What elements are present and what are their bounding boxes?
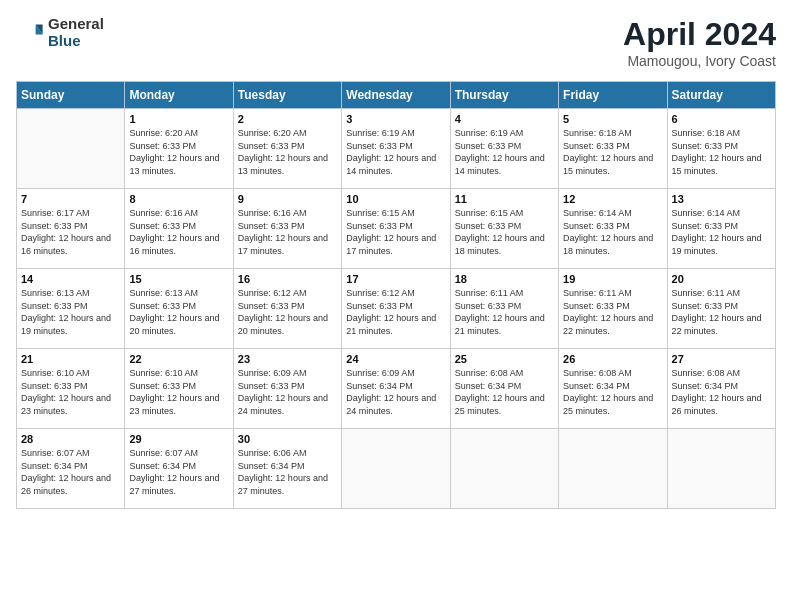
week-row-0: 1Sunrise: 6:20 AMSunset: 6:33 PMDaylight… [17,109,776,189]
day-info: Sunrise: 6:12 AMSunset: 6:33 PMDaylight:… [238,287,337,337]
calendar-cell: 30Sunrise: 6:06 AMSunset: 6:34 PMDayligh… [233,429,341,509]
day-headers-row: SundayMondayTuesdayWednesdayThursdayFrid… [17,82,776,109]
day-info: Sunrise: 6:16 AMSunset: 6:33 PMDaylight:… [238,207,337,257]
day-number: 13 [672,193,771,205]
day-header-sunday: Sunday [17,82,125,109]
calendar-cell: 1Sunrise: 6:20 AMSunset: 6:33 PMDaylight… [125,109,233,189]
day-number: 28 [21,433,120,445]
day-number: 18 [455,273,554,285]
calendar-cell: 29Sunrise: 6:07 AMSunset: 6:34 PMDayligh… [125,429,233,509]
day-info: Sunrise: 6:07 AMSunset: 6:34 PMDaylight:… [129,447,228,497]
day-info: Sunrise: 6:06 AMSunset: 6:34 PMDaylight:… [238,447,337,497]
calendar-cell: 21Sunrise: 6:10 AMSunset: 6:33 PMDayligh… [17,349,125,429]
day-info: Sunrise: 6:08 AMSunset: 6:34 PMDaylight:… [563,367,662,417]
day-number: 3 [346,113,445,125]
day-info: Sunrise: 6:15 AMSunset: 6:33 PMDaylight:… [455,207,554,257]
day-info: Sunrise: 6:17 AMSunset: 6:33 PMDaylight:… [21,207,120,257]
day-info: Sunrise: 6:20 AMSunset: 6:33 PMDaylight:… [129,127,228,177]
calendar-cell: 15Sunrise: 6:13 AMSunset: 6:33 PMDayligh… [125,269,233,349]
day-number: 11 [455,193,554,205]
day-info: Sunrise: 6:19 AMSunset: 6:33 PMDaylight:… [455,127,554,177]
calendar-cell: 2Sunrise: 6:20 AMSunset: 6:33 PMDaylight… [233,109,341,189]
calendar-subtitle: Mamougou, Ivory Coast [623,53,776,69]
calendar-cell: 12Sunrise: 6:14 AMSunset: 6:33 PMDayligh… [559,189,667,269]
logo-text: General Blue [48,16,104,49]
calendar-title: April 2024 [623,16,776,53]
calendar-body: 1Sunrise: 6:20 AMSunset: 6:33 PMDaylight… [17,109,776,509]
day-number: 6 [672,113,771,125]
day-number: 19 [563,273,662,285]
calendar-cell: 7Sunrise: 6:17 AMSunset: 6:33 PMDaylight… [17,189,125,269]
logo-general-text: General [48,16,104,33]
day-header-wednesday: Wednesday [342,82,450,109]
day-header-thursday: Thursday [450,82,558,109]
week-row-2: 14Sunrise: 6:13 AMSunset: 6:33 PMDayligh… [17,269,776,349]
day-info: Sunrise: 6:12 AMSunset: 6:33 PMDaylight:… [346,287,445,337]
day-number: 22 [129,353,228,365]
calendar-cell [17,109,125,189]
day-number: 5 [563,113,662,125]
day-number: 26 [563,353,662,365]
calendar-cell: 13Sunrise: 6:14 AMSunset: 6:33 PMDayligh… [667,189,775,269]
day-number: 24 [346,353,445,365]
logo: General Blue [16,16,104,49]
day-number: 1 [129,113,228,125]
day-info: Sunrise: 6:13 AMSunset: 6:33 PMDaylight:… [129,287,228,337]
calendar-cell: 26Sunrise: 6:08 AMSunset: 6:34 PMDayligh… [559,349,667,429]
calendar-cell: 19Sunrise: 6:11 AMSunset: 6:33 PMDayligh… [559,269,667,349]
day-header-friday: Friday [559,82,667,109]
calendar-cell: 17Sunrise: 6:12 AMSunset: 6:33 PMDayligh… [342,269,450,349]
day-number: 17 [346,273,445,285]
day-info: Sunrise: 6:08 AMSunset: 6:34 PMDaylight:… [455,367,554,417]
day-number: 23 [238,353,337,365]
week-row-3: 21Sunrise: 6:10 AMSunset: 6:33 PMDayligh… [17,349,776,429]
calendar-cell: 3Sunrise: 6:19 AMSunset: 6:33 PMDaylight… [342,109,450,189]
day-number: 10 [346,193,445,205]
day-info: Sunrise: 6:18 AMSunset: 6:33 PMDaylight:… [563,127,662,177]
week-row-1: 7Sunrise: 6:17 AMSunset: 6:33 PMDaylight… [17,189,776,269]
day-info: Sunrise: 6:09 AMSunset: 6:33 PMDaylight:… [238,367,337,417]
day-info: Sunrise: 6:18 AMSunset: 6:33 PMDaylight:… [672,127,771,177]
day-info: Sunrise: 6:14 AMSunset: 6:33 PMDaylight:… [672,207,771,257]
day-number: 29 [129,433,228,445]
calendar-cell: 16Sunrise: 6:12 AMSunset: 6:33 PMDayligh… [233,269,341,349]
logo-icon [16,19,44,47]
calendar-cell: 8Sunrise: 6:16 AMSunset: 6:33 PMDaylight… [125,189,233,269]
day-number: 12 [563,193,662,205]
calendar-cell: 9Sunrise: 6:16 AMSunset: 6:33 PMDaylight… [233,189,341,269]
day-info: Sunrise: 6:11 AMSunset: 6:33 PMDaylight:… [672,287,771,337]
calendar-cell [667,429,775,509]
title-area: April 2024 Mamougou, Ivory Coast [623,16,776,69]
calendar-cell: 22Sunrise: 6:10 AMSunset: 6:33 PMDayligh… [125,349,233,429]
day-info: Sunrise: 6:10 AMSunset: 6:33 PMDaylight:… [129,367,228,417]
day-number: 2 [238,113,337,125]
calendar-cell: 5Sunrise: 6:18 AMSunset: 6:33 PMDaylight… [559,109,667,189]
day-number: 8 [129,193,228,205]
day-number: 9 [238,193,337,205]
calendar-cell [450,429,558,509]
calendar-cell: 28Sunrise: 6:07 AMSunset: 6:34 PMDayligh… [17,429,125,509]
day-number: 16 [238,273,337,285]
logo-blue-text: Blue [48,33,104,50]
day-info: Sunrise: 6:16 AMSunset: 6:33 PMDaylight:… [129,207,228,257]
calendar-cell: 11Sunrise: 6:15 AMSunset: 6:33 PMDayligh… [450,189,558,269]
calendar-cell: 10Sunrise: 6:15 AMSunset: 6:33 PMDayligh… [342,189,450,269]
calendar-cell: 6Sunrise: 6:18 AMSunset: 6:33 PMDaylight… [667,109,775,189]
day-number: 27 [672,353,771,365]
day-info: Sunrise: 6:07 AMSunset: 6:34 PMDaylight:… [21,447,120,497]
calendar-cell: 4Sunrise: 6:19 AMSunset: 6:33 PMDaylight… [450,109,558,189]
day-number: 30 [238,433,337,445]
calendar-cell: 24Sunrise: 6:09 AMSunset: 6:34 PMDayligh… [342,349,450,429]
day-number: 7 [21,193,120,205]
day-info: Sunrise: 6:08 AMSunset: 6:34 PMDaylight:… [672,367,771,417]
header: General Blue April 2024 Mamougou, Ivory … [16,16,776,69]
calendar-cell [342,429,450,509]
day-number: 20 [672,273,771,285]
day-header-saturday: Saturday [667,82,775,109]
day-info: Sunrise: 6:14 AMSunset: 6:33 PMDaylight:… [563,207,662,257]
day-info: Sunrise: 6:13 AMSunset: 6:33 PMDaylight:… [21,287,120,337]
calendar-cell: 18Sunrise: 6:11 AMSunset: 6:33 PMDayligh… [450,269,558,349]
day-number: 21 [21,353,120,365]
calendar-header: SundayMondayTuesdayWednesdayThursdayFrid… [17,82,776,109]
calendar-cell: 14Sunrise: 6:13 AMSunset: 6:33 PMDayligh… [17,269,125,349]
